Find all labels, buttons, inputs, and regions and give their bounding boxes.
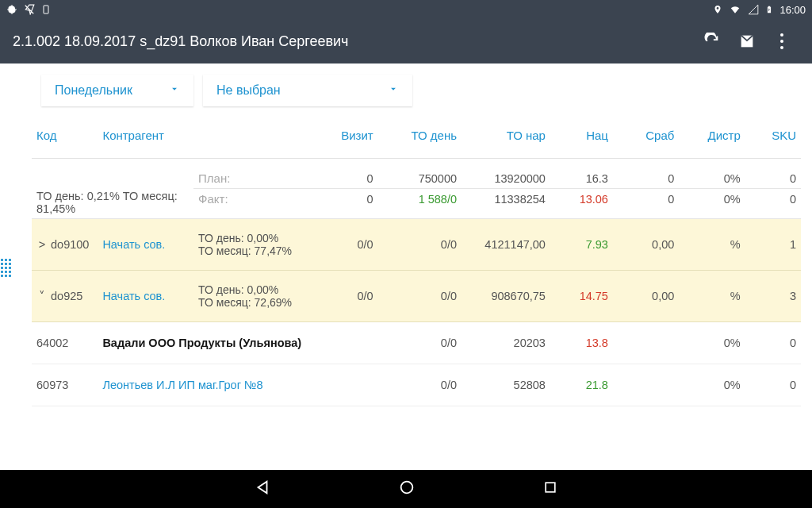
start-link[interactable]: Начать сов.: [102, 290, 165, 302]
table-row[interactable]: 60973Леонтьев И.Л ИП маг.Грог №80/052808…: [32, 364, 801, 406]
row-code: 60973: [32, 364, 98, 406]
expand-icon[interactable]: ˅: [36, 290, 48, 302]
plan-tonar: 13920000: [462, 159, 550, 189]
filter-dropdown[interactable]: Не выбран: [203, 75, 412, 106]
cell-today: 0/0: [378, 364, 462, 406]
plan-visit: 0: [316, 159, 378, 189]
location-pin-icon: [713, 4, 722, 15]
refresh-button[interactable]: [695, 33, 730, 50]
plan-nats: 16.3: [550, 159, 613, 189]
expand-icon[interactable]: >: [36, 238, 48, 251]
android-nav-bar: [0, 470, 812, 508]
table-header: Код Контрагент Визит ТО день ТО нар Нац …: [32, 114, 801, 159]
cell-visit: [316, 322, 378, 364]
table-row[interactable]: 64002Вадали ООО Продукты (Ульянова)0/020…: [32, 322, 801, 364]
group-stats: ТО день: 0,00% ТО месяц: 72,69%: [193, 271, 316, 322]
plan-label: План:: [193, 159, 316, 189]
tablet-icon: [41, 4, 51, 15]
cell-tonar: 4121147,00: [462, 219, 550, 271]
cell-srab: 0,00: [613, 271, 679, 322]
app-bar: 2.1.002 18.09.2017 s_dz91 Волков Иван Се…: [0, 19, 812, 64]
day-dropdown[interactable]: Понедельник: [41, 75, 193, 106]
cell-tonar: 52808: [462, 364, 550, 406]
cell-tonar: 20203: [462, 322, 550, 364]
plan-distr: 0%: [679, 159, 745, 189]
fact-today: 1 588/0: [378, 189, 462, 219]
home-button[interactable]: [398, 479, 416, 499]
col-srab[interactable]: Сраб: [613, 114, 679, 159]
cell-sku: 0: [745, 322, 801, 364]
chevron-down-icon: [169, 83, 180, 98]
col-blank: [193, 114, 316, 159]
col-distr[interactable]: Дистр: [679, 114, 745, 159]
fact-tonar: 11338254: [462, 189, 550, 219]
group-row[interactable]: ˅do925Начать сов.ТО день: 0,00% ТО месяц…: [32, 271, 801, 322]
cell-sku: 0: [745, 364, 801, 406]
cell-nats: 21.8: [550, 364, 613, 406]
svg-point-1: [780, 33, 783, 37]
col-nats[interactable]: Нац: [550, 114, 613, 159]
signal-icon: [748, 4, 759, 15]
filter-bar: Понедельник Не выбран: [0, 64, 812, 114]
cell-tonar: 908670,75: [462, 271, 550, 322]
col-visit[interactable]: Визит: [316, 114, 378, 159]
plan-sku: 0: [745, 159, 801, 189]
row-name: Вадали ООО Продукты (Ульянова): [102, 337, 301, 349]
cell-visit: [316, 364, 378, 406]
fact-distr: 0%: [679, 189, 745, 219]
row-code: 64002: [32, 322, 98, 364]
clock-time: 16:00: [779, 4, 806, 16]
cell-sku: 1: [745, 219, 801, 271]
group-stats: ТО день: 0,00% ТО месяц: 77,47%: [193, 219, 316, 271]
cell-nats: 7.93: [550, 219, 613, 271]
gps-icon: [6, 4, 17, 15]
col-tonar[interactable]: ТО нар: [462, 114, 550, 159]
start-link[interactable]: Начать сов.: [102, 238, 165, 251]
overflow-menu-button[interactable]: [764, 33, 799, 50]
group-row[interactable]: >do9100Начать сов.ТО день: 0,00% ТО меся…: [32, 219, 801, 271]
col-contr[interactable]: Контрагент: [98, 114, 193, 159]
group-code: do9100: [51, 238, 89, 251]
cell-visit: 0/0: [316, 219, 378, 271]
cell-distr: 0%: [679, 322, 745, 364]
cell-nats: 14.75: [550, 271, 613, 322]
back-button[interactable]: [254, 479, 271, 499]
cell-distr: %: [679, 219, 745, 271]
mail-button[interactable]: [730, 33, 764, 50]
android-status-bar: 16:00: [0, 0, 812, 19]
cell-srab: 0,00: [613, 219, 679, 271]
day-dropdown-label: Понедельник: [55, 83, 132, 98]
svg-point-3: [780, 46, 783, 49]
cell-today: 0/0: [378, 322, 462, 364]
fact-visit: 0: [316, 189, 378, 219]
cell-srab: [613, 322, 679, 364]
group-code: do925: [51, 290, 82, 302]
battery-charge-icon: [765, 4, 773, 15]
no-location-icon: [24, 4, 35, 15]
recent-button[interactable]: [542, 479, 558, 498]
fact-srab: 0: [613, 189, 679, 219]
summary-plan-row: ТО день: 0,21% ТО месяц: 81,45% План: 0 …: [32, 159, 801, 189]
col-sku[interactable]: SKU: [745, 114, 801, 159]
col-code[interactable]: Код: [32, 114, 98, 159]
plan-srab: 0: [613, 159, 679, 189]
cell-nats: 13.8: [550, 322, 613, 364]
cell-visit: 0/0: [316, 271, 378, 322]
fact-nats: 13.06: [550, 189, 613, 219]
page-title: 2.1.002 18.09.2017 s_dz91 Волков Иван Се…: [13, 33, 695, 50]
fact-sku: 0: [745, 189, 801, 219]
col-today[interactable]: ТО день: [378, 114, 462, 159]
data-table: Код Контрагент Визит ТО день ТО нар Нац …: [32, 114, 801, 406]
svg-point-4: [401, 482, 413, 494]
cell-srab: [613, 364, 679, 406]
svg-rect-5: [546, 483, 555, 492]
cell-distr: %: [679, 271, 745, 322]
cell-sku: 3: [745, 271, 801, 322]
cell-distr: 0%: [679, 364, 745, 406]
row-name[interactable]: Леонтьев И.Л ИП маг.Грог №8: [102, 379, 262, 391]
filter-dropdown-label: Не выбран: [216, 83, 281, 98]
chevron-down-icon: [388, 83, 399, 98]
svg-rect-0: [44, 6, 48, 13]
summary-to-line: ТО день: 0,21% ТО месяц: 81,45%: [36, 190, 178, 215]
svg-point-2: [780, 40, 783, 43]
